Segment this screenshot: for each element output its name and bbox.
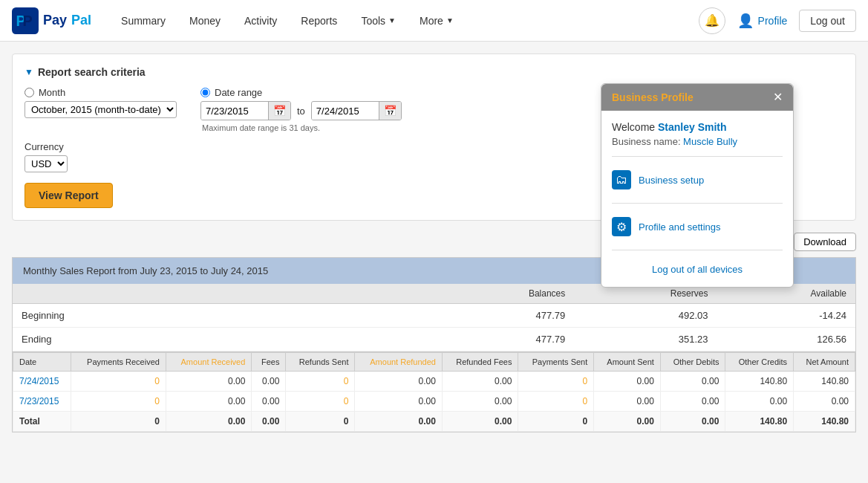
paypal-logo: P P PayPal	[12, 7, 91, 34]
briefcase-icon: 🗂	[612, 170, 631, 189]
row1-payments-received: 0	[71, 372, 166, 392]
business-name: Business name: Muscle Bully	[612, 136, 783, 147]
row1-amount-sent: 0.00	[594, 372, 661, 392]
col-amount-received: Amount Received	[166, 352, 251, 372]
row2-amount-sent: 0.00	[594, 392, 661, 412]
detail-table: Date Payments Received Amount Received F…	[13, 351, 855, 432]
col-payments-sent: Payments Sent	[518, 352, 594, 372]
col-date: Date	[13, 352, 71, 372]
business-name-link[interactable]: Muscle Bully	[683, 136, 737, 147]
nav-money[interactable]: Money	[177, 0, 232, 42]
col-other-debits: Other Debits	[660, 352, 725, 372]
date-range-radio[interactable]	[200, 88, 210, 97]
notifications-button[interactable]: 🔔	[699, 7, 725, 34]
welcome-text: Welcome Stanley Smith	[612, 121, 783, 133]
user-name: Stanley Smith	[658, 121, 727, 133]
detail-header-row: Date Payments Received Amount Received F…	[13, 352, 855, 372]
row1-amount-received: 0.00	[166, 372, 251, 392]
row2-payments-received: 0	[71, 392, 166, 412]
row2-refunded-fees: 0.00	[442, 392, 518, 412]
view-report-button[interactable]: View Report	[25, 183, 113, 208]
month-radio[interactable]	[25, 88, 34, 97]
total-other-debits: 0.00	[660, 412, 725, 432]
beginning-reserves: 492.03	[574, 304, 717, 328]
month-radio-label[interactable]: Month	[25, 87, 177, 98]
total-net-amount: 140.80	[794, 412, 855, 432]
popup-close-button[interactable]: ✕	[773, 91, 783, 103]
col-amount-refunded: Amount Refunded	[355, 352, 442, 372]
nav-tools[interactable]: Tools▼	[349, 0, 408, 42]
total-payments-received: 0	[71, 412, 166, 432]
col-fees: Fees	[252, 352, 286, 372]
month-option-group: Month October, 2015 (month-to-date)	[25, 87, 177, 118]
row2-fees: 0.00	[252, 392, 286, 412]
row1-other-credits: 140.80	[725, 372, 794, 392]
date-link[interactable]: 7/24/2015	[19, 376, 59, 386]
header: P P PayPal Summary Money Activity Report…	[0, 0, 868, 42]
col-net-amount: Net Amount	[794, 352, 855, 372]
popup-title: Business Profile	[612, 91, 694, 103]
col-refunded-fees: Refunded Fees	[442, 352, 518, 372]
summary-table: Balances Reserves Available Beginning 47…	[13, 284, 855, 351]
ending-available: 126.56	[717, 328, 855, 351]
panel-title: ▼ Report search criteria	[25, 66, 843, 78]
nav-more[interactable]: More▼	[408, 0, 466, 42]
table-row: Ending 477.79 351.23 126.56	[13, 328, 855, 351]
calendar-to-button[interactable]: 📅	[379, 102, 401, 120]
ending-reserves: 351.23	[574, 328, 717, 351]
profile-button[interactable]: 👤 Profile	[731, 13, 794, 29]
total-row: Total 0 0.00 0.00 0 0.00 0.00 0 0.00 0.0…	[13, 412, 855, 432]
row2-date: 7/23/2015	[13, 392, 71, 412]
total-refunded-fees: 0.00	[442, 412, 518, 432]
col-amount-sent: Amount Sent	[594, 352, 661, 372]
row2-other-credits: 0.00	[725, 392, 794, 412]
ending-balances: 477.79	[434, 328, 575, 351]
total-amount-sent: 0.00	[594, 412, 661, 432]
business-setup-link[interactable]: 🗂 Business setup	[612, 164, 783, 195]
row2-net-amount: 0.00	[794, 392, 855, 412]
row2-refunds-sent: 0	[286, 392, 355, 412]
popup-divider-3	[612, 250, 783, 250]
total-payments-sent: 0	[518, 412, 594, 432]
logout-button[interactable]: Log out	[799, 10, 856, 32]
nav-summary[interactable]: Summary	[109, 0, 177, 42]
row1-date: 7/24/2015	[13, 372, 71, 392]
logout-all-devices: Log out of all devices	[612, 258, 783, 276]
ending-label: Ending	[13, 328, 434, 351]
row2-other-debits: 0.00	[660, 392, 725, 412]
date-range-option-group: Date range 📅 to 📅 Maximum date range is …	[200, 87, 402, 132]
collapse-arrow-icon: ▼	[25, 67, 33, 77]
total-label: Total	[13, 412, 71, 432]
date-to-input[interactable]	[312, 103, 379, 120]
month-select[interactable]: October, 2015 (month-to-date)	[25, 101, 177, 118]
row1-other-debits: 0.00	[660, 372, 725, 392]
total-refunds-sent: 0	[286, 412, 355, 432]
date-hint: Maximum date range is 31 days.	[202, 123, 402, 132]
logout-all-link[interactable]: Log out of all devices	[652, 264, 743, 275]
table-row: Beginning 477.79 492.03 -14.24	[13, 304, 855, 328]
profile-settings-link[interactable]: ⚙ Profile and settings	[612, 211, 783, 242]
total-amount-refunded: 0.00	[355, 412, 442, 432]
row1-net-amount: 140.80	[794, 372, 855, 392]
date-from-input[interactable]	[201, 103, 268, 120]
row2-payments-sent: 0	[518, 392, 594, 412]
calendar-from-button[interactable]: 📅	[268, 102, 290, 120]
nav-activity[interactable]: Activity	[232, 0, 289, 42]
row2-amount-refunded: 0.00	[355, 392, 442, 412]
nav-reports[interactable]: Reports	[289, 0, 349, 42]
row1-refunded-fees: 0.00	[442, 372, 518, 392]
main-nav: Summary Money Activity Reports Tools▼ Mo…	[109, 0, 699, 42]
popup-divider-2	[612, 203, 783, 204]
currency-select[interactable]: USD	[25, 155, 68, 172]
date-link[interactable]: 7/23/2015	[19, 396, 59, 406]
total-amount-received: 0.00	[166, 412, 251, 432]
date-to-wrapper: 📅	[311, 101, 402, 120]
date-range-radio-label[interactable]: Date range	[200, 87, 402, 98]
col-refunds-sent: Refunds Sent	[286, 352, 355, 372]
popup-divider-1	[612, 156, 783, 157]
table-row: 7/24/2015 0 0.00 0.00 0 0.00 0.00 0 0.00…	[13, 372, 855, 392]
table-row: 7/23/2015 0 0.00 0.00 0 0.00 0.00 0 0.00…	[13, 392, 855, 412]
download-button[interactable]: Download	[794, 233, 856, 251]
row2-amount-received: 0.00	[166, 392, 251, 412]
date-inputs: 📅 to 📅	[200, 101, 402, 120]
